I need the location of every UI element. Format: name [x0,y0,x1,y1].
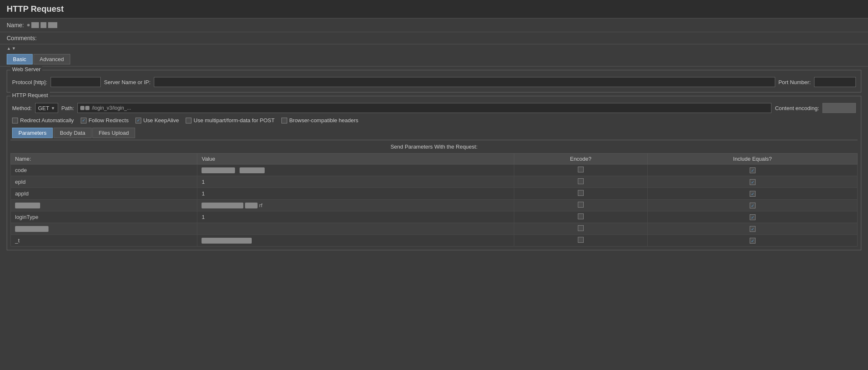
name-block-2 [41,22,46,28]
row-encode-blurred-1[interactable] [514,200,648,211]
redirect-label: Redirect Automatically [20,117,74,123]
multipart-checkbox[interactable] [186,118,191,123]
http-request-legend: HTTP Request [10,92,50,98]
main-container: HTTP Request Name: Comments: ▲ ▼ Basic A… [0,0,868,250]
row-encode-code[interactable] [514,164,648,176]
row-include-epid[interactable]: ✓ [648,176,858,188]
name-input-group [27,22,57,28]
page-title: HTTP Request [0,0,868,18]
col-encode-header: Encode? [514,154,648,164]
row-encode-blurred-2[interactable] [514,223,648,235]
port-label: Port Number: [779,79,811,85]
row-name-blurred-1 [11,200,197,211]
table-row: rf ✓ [11,200,858,211]
arrow-down-icon[interactable]: ▼ [12,46,16,51]
checkboxes-row: Redirect Automatically ✓ Follow Redirect… [10,115,858,126]
encode-checkbox-epid[interactable] [578,178,584,184]
redirect-checkbox[interactable] [12,118,18,123]
col-value-header: Value [197,154,514,164]
encode-checkbox-code[interactable] [578,167,584,172]
method-value: GET [38,105,49,111]
table-row: code ✓ [11,164,858,176]
tab-basic[interactable]: Basic [7,54,33,64]
row-value-appid: 1 [197,188,514,200]
protocol-label: Protocol [http]: [12,79,47,85]
encode-checkbox-b1[interactable] [578,202,584,208]
row-include-t[interactable]: ✓ [648,235,858,247]
checkbox-redirect[interactable]: Redirect Automatically [12,117,74,123]
row-include-blurred-1[interactable]: ✓ [648,200,858,211]
encode-checkbox-t[interactable] [578,237,584,243]
content-encoding-input[interactable] [822,103,856,113]
table-row: epId 1 ✓ [11,176,858,188]
include-checkbox-b1[interactable]: ✓ [750,203,756,208]
method-select[interactable]: GET ▼ [35,103,58,113]
col-name-header: Name: [11,154,197,164]
path-input-container[interactable]: /login_v3/login_... [77,103,771,113]
row-value-code [197,164,514,176]
row-name-blurred-2 [11,223,197,235]
checkbox-follow[interactable]: ✓ Follow Redirects [81,117,129,123]
port-input[interactable] [814,77,856,87]
protocol-input[interactable] [51,77,101,87]
row-encode-epid[interactable] [514,176,648,188]
include-checkbox-b2[interactable]: ✓ [750,226,756,232]
checkbox-multipart[interactable]: Use multipart/form-data for POST [186,117,275,123]
params-table: Name: Value Encode? Include Equals? code [10,153,858,247]
row-include-code[interactable]: ✓ [648,164,858,176]
encode-checkbox-logintype[interactable] [578,213,584,219]
arrow-up-icon[interactable]: ▲ [7,46,11,51]
path-blurred-2 [85,106,89,110]
content-encoding-label: Content encoding: [775,105,819,111]
checkbox-browser[interactable]: Browser-compatible headers [281,117,358,123]
row-include-blurred-2[interactable]: ✓ [648,223,858,235]
sub-tab-parameters[interactable]: Parameters [12,128,53,138]
row-include-appid[interactable]: ✓ [648,188,858,200]
sub-tab-body-data[interactable]: Body Data [54,128,92,138]
name-row: Name: [0,18,868,32]
tabs-row: Basic Advanced [0,52,868,67]
row-encode-t[interactable] [514,235,648,247]
sub-tab-files-upload[interactable]: Files Upload [92,128,135,138]
send-params-label: Send Parameters With the Request: [10,140,858,153]
row-encode-logintype[interactable] [514,211,648,223]
row-value-blurred-2 [197,223,514,235]
encode-checkbox-appid[interactable] [578,190,584,196]
row-encode-appid[interactable] [514,188,648,200]
include-checkbox-t[interactable]: ✓ [750,238,756,244]
row-name-logintype: loginType [11,211,197,223]
row-name-epid: epId [11,176,197,188]
include-checkbox-epid[interactable]: ✓ [750,179,756,185]
name-dot-1 [27,24,30,26]
row-name-appid: appId [11,188,197,200]
col-include-header: Include Equals? [648,154,858,164]
method-dropdown-arrow: ▼ [51,106,55,110]
table-row: _t ✓ [11,235,858,247]
method-label: Method: [12,105,32,111]
tab-advanced[interactable]: Advanced [33,54,70,64]
checkbox-keepalive[interactable]: ✓ Use KeepAlive [135,117,179,123]
include-checkbox-logintype[interactable]: ✓ [750,214,756,220]
follow-checkbox[interactable]: ✓ [81,118,87,123]
keepalive-checkbox[interactable]: ✓ [135,118,141,123]
browser-checkbox[interactable] [281,118,287,123]
row-value-logintype: 1 [197,211,514,223]
http-request-section: HTTP Request Method: GET ▼ Path: /login_… [7,96,861,250]
row-include-logintype[interactable]: ✓ [648,211,858,223]
browser-label: Browser-compatible headers [289,117,358,123]
method-path-row: Method: GET ▼ Path: /login_v3/login_... … [10,100,858,115]
name-block-3 [48,22,57,28]
web-server-section: Web Server Protocol [http]: Server Name … [7,70,861,92]
include-checkbox-code[interactable]: ✓ [750,167,756,173]
server-input[interactable] [154,77,775,87]
encode-checkbox-b2[interactable] [578,225,584,231]
name-block-1 [31,22,39,28]
name-label: Name: [7,22,24,28]
collapse-arrows[interactable]: ▲ ▼ [0,44,868,52]
multipart-label: Use multipart/form-data for POST [194,117,275,123]
row-value-epid: 1 [197,176,514,188]
table-row: appId 1 ✓ [11,188,858,200]
sub-tabs-row: Parameters Body Data Files Upload [10,126,858,140]
include-checkbox-appid[interactable]: ✓ [750,191,756,197]
row-value-blurred-1: rf [197,200,514,211]
